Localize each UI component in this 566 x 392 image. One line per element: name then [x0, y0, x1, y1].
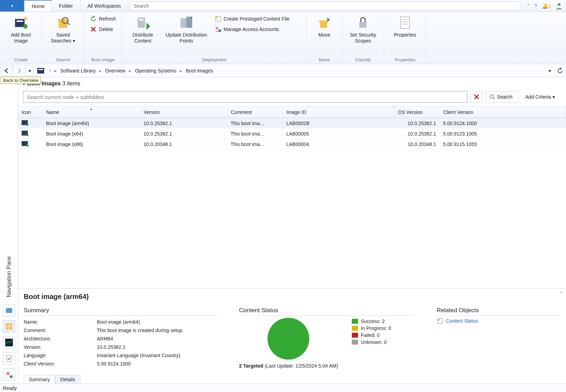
cell-comment: This boot ima...: [227, 129, 283, 139]
move-button[interactable]: Move: [310, 14, 338, 38]
legend-success: Success: 2: [352, 318, 391, 325]
manage-access-label: Manage Access Accounts: [224, 26, 279, 32]
security-scopes-label: Set Security Scopes: [346, 32, 380, 44]
navpane-monitoring-icon[interactable]: [3, 336, 15, 349]
distribute-content-label: Distribute Content: [125, 32, 160, 44]
collapse-ribbon-icon[interactable]: ˄: [527, 3, 529, 9]
table-row[interactable]: Boot image (x86)10.0.20348.1This boot im…: [18, 139, 566, 149]
group-boot-image: Boot Image: [91, 56, 115, 64]
add-boot-image-button[interactable]: Add Boot Image: [3, 14, 38, 44]
security-scopes-button[interactable]: Set Security Scopes: [346, 14, 380, 44]
navpane-assets-icon[interactable]: [3, 304, 15, 317]
related-content-status-link[interactable]: Content Status: [437, 318, 560, 324]
saved-searches-button[interactable]: Saved Searches ▾: [46, 14, 80, 44]
col-comment[interactable]: Comment: [227, 107, 283, 118]
svg-rect-36: [437, 318, 442, 323]
navpane-library-icon[interactable]: [3, 320, 15, 333]
col-os-version[interactable]: OS Version: [394, 107, 440, 118]
svg-point-16: [218, 29, 221, 32]
group-deployment: Deployment: [202, 56, 226, 64]
svg-rect-28: [6, 327, 9, 330]
table-row[interactable]: Boot image (x64)10.0.25382.1This boot im…: [18, 129, 566, 139]
svg-rect-27: [9, 323, 12, 326]
tab-home[interactable]: Home: [24, 0, 52, 11]
col-version[interactable]: Version: [140, 107, 227, 118]
svg-rect-25: [6, 308, 12, 313]
status-bar: Ready: [0, 384, 566, 392]
search-button-label: Search: [497, 94, 512, 100]
details-tab-details[interactable]: Details: [55, 375, 80, 384]
breadcrumb-dropdown[interactable]: ▾: [546, 66, 553, 76]
properties-button[interactable]: Properties: [388, 14, 422, 38]
svg-rect-10: [180, 18, 187, 28]
svg-rect-18: [359, 22, 367, 28]
file-menu[interactable]: ▾: [0, 0, 24, 11]
add-criteria-button[interactable]: Add Criteria ▾: [522, 91, 561, 103]
tab-folder[interactable]: Folder: [52, 0, 80, 11]
col-image-id[interactable]: Image ID: [283, 107, 394, 118]
svg-point-33: [10, 375, 13, 378]
details-collapse-icon[interactable]: ˅: [560, 291, 563, 297]
svg-rect-1: [15, 19, 24, 27]
related-heading: Related Objects: [437, 307, 560, 316]
breadcrumb-sep: ▸: [99, 68, 102, 74]
navigation-pane-label[interactable]: Navigation Pane: [6, 77, 12, 304]
global-search-input[interactable]: Search: [130, 1, 521, 10]
nav-forward-button[interactable]: [13, 66, 25, 76]
svg-point-4: [23, 24, 28, 29]
cell-version: 10.0.20348.1: [140, 139, 227, 149]
breadcrumb-sep: ▸: [54, 68, 57, 74]
create-prestaged-button[interactable]: Create Prestaged Content File: [212, 14, 303, 24]
update-dp-button[interactable]: Update Distribution Points: [164, 14, 209, 44]
breadcrumb-overview[interactable]: Overview: [105, 68, 125, 74]
refresh-view-icon[interactable]: [554, 66, 566, 76]
details-tab-summary[interactable]: Summary: [24, 375, 55, 384]
svg-rect-31: [7, 355, 11, 362]
cell-image-id: LAB00004: [283, 139, 394, 149]
group-create: Create: [14, 56, 28, 64]
cell-os-version: 10.0.20348.1: [394, 139, 440, 149]
breadcrumb-software-library[interactable]: Software Library: [60, 68, 96, 74]
svg-point-14: [216, 16, 218, 18]
clear-search-button[interactable]: [470, 91, 483, 103]
summary-field: Name:Boot image (arm64): [24, 318, 218, 326]
navpane-compliance-icon[interactable]: [3, 352, 15, 365]
svg-marker-9: [147, 23, 150, 30]
manage-access-button[interactable]: Manage Access Accounts: [212, 24, 303, 34]
refresh-button[interactable]: Refresh: [88, 14, 118, 24]
details-title: Boot image (arm64): [24, 293, 560, 301]
nav-back-button[interactable]: [1, 66, 13, 76]
account-icon[interactable]: [556, 2, 563, 9]
tab-all-workspaces[interactable]: All Workspaces: [80, 0, 128, 11]
nav-history-dropdown[interactable]: ▾: [26, 66, 33, 76]
navpane-admin-icon[interactable]: [3, 368, 15, 381]
cell-name: Boot image (arm64): [42, 118, 140, 129]
breadcrumb-boot-images[interactable]: Boot Images: [186, 68, 213, 74]
cell-os-version: 10.0.25382.1: [394, 118, 440, 129]
table-row[interactable]: Boot image (arm64)10.0.25382.1This boot …: [18, 118, 566, 129]
notifications-icon[interactable]: 🔔2: [542, 3, 551, 9]
breadcrumb-sep: ▸: [180, 68, 182, 74]
search-button[interactable]: Search: [486, 91, 519, 103]
refresh-label: Refresh: [99, 16, 116, 22]
cell-version: 10.0.25382.1: [140, 129, 227, 139]
summary-field: Comment:This boot image is created durin…: [24, 326, 218, 335]
boot-image-icon: [22, 120, 28, 125]
col-icon[interactable]: Icon: [18, 107, 42, 118]
create-prestaged-label: Create Prestaged Content File: [224, 16, 289, 22]
delete-button[interactable]: Delete: [88, 24, 118, 34]
group-properties: Properties: [395, 56, 415, 64]
summary-field: Version:10.0.25382.1: [24, 343, 218, 351]
delete-label: Delete: [99, 26, 113, 32]
list-search-input[interactable]: [23, 91, 467, 103]
cell-client-version: 5.00.9115.1055: [440, 139, 566, 149]
group-move: Move: [319, 56, 330, 64]
col-client-version[interactable]: Client Version: [440, 107, 566, 118]
breadcrumb-operating-systems[interactable]: Operating Systems: [135, 68, 176, 74]
help-icon[interactable]: ?: [534, 3, 537, 9]
col-name[interactable]: Name: [42, 107, 140, 118]
svg-point-32: [6, 372, 10, 375]
nav-back-tooltip: Back to Overview: [1, 77, 41, 84]
summary-field: Client Version:5.00.9124.1000: [24, 360, 218, 368]
distribute-content-button[interactable]: Distribute Content: [125, 14, 160, 44]
